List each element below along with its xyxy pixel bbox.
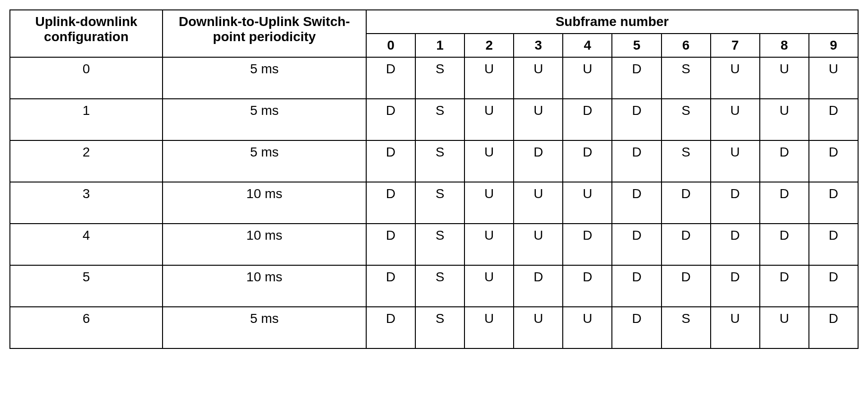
cell-subframe: D — [711, 265, 760, 307]
cell-subframe: U — [809, 57, 858, 99]
table-body: 05 msDSUUUDSUUU15 msDSUUDDSUUD25 msDSUDD… — [10, 57, 858, 348]
cell-subframe: U — [514, 182, 563, 224]
cell-subframe: U — [464, 224, 514, 265]
cell-config: 0 — [10, 57, 163, 99]
cell-subframe: D — [612, 182, 661, 224]
cell-subframe: U — [711, 140, 760, 182]
cell-subframe: U — [711, 57, 760, 99]
cell-subframe: S — [662, 307, 711, 348]
cell-subframe: U — [563, 307, 612, 348]
cell-subframe: U — [464, 182, 514, 224]
cell-subframe: U — [563, 182, 612, 224]
cell-subframe: U — [464, 99, 514, 140]
table-row: 310 msDSUUUDDDDD — [10, 182, 858, 224]
cell-subframe: S — [415, 265, 464, 307]
cell-subframe: D — [514, 265, 563, 307]
cell-subframe: D — [612, 99, 661, 140]
cell-subframe: D — [662, 182, 711, 224]
cell-subframe: U — [514, 99, 563, 140]
cell-subframe: D — [662, 224, 711, 265]
cell-config: 6 — [10, 307, 163, 348]
cell-config: 2 — [10, 140, 163, 182]
cell-config: 1 — [10, 99, 163, 140]
cell-subframe: D — [366, 140, 415, 182]
cell-periodicity: 5 ms — [163, 307, 366, 348]
cell-subframe: S — [415, 57, 464, 99]
header-periodicity: Downlink-to-Uplink Switch-point periodic… — [163, 10, 366, 57]
table-row: 410 msDSUUDDDDDD — [10, 224, 858, 265]
cell-subframe: D — [760, 265, 809, 307]
header-subframe-8: 8 — [760, 34, 809, 57]
cell-subframe: U — [711, 99, 760, 140]
cell-subframe: S — [662, 140, 711, 182]
cell-subframe: D — [563, 140, 612, 182]
cell-subframe: S — [662, 57, 711, 99]
table-row: 510 msDSUDDDDDDD — [10, 265, 858, 307]
table-row: 65 msDSUUUDSUUD — [10, 307, 858, 348]
cell-subframe: D — [809, 99, 858, 140]
cell-subframe: D — [366, 224, 415, 265]
cell-subframe: D — [760, 140, 809, 182]
cell-periodicity: 5 ms — [163, 140, 366, 182]
table-row: 15 msDSUUDDSUUD — [10, 99, 858, 140]
cell-subframe: D — [514, 140, 563, 182]
cell-subframe: D — [612, 140, 661, 182]
cell-subframe: U — [464, 140, 514, 182]
cell-subframe: D — [760, 182, 809, 224]
cell-subframe: D — [662, 265, 711, 307]
cell-subframe: U — [514, 57, 563, 99]
cell-subframe: D — [809, 265, 858, 307]
cell-config: 4 — [10, 224, 163, 265]
cell-subframe: D — [563, 99, 612, 140]
cell-subframe: U — [711, 307, 760, 348]
cell-subframe: U — [760, 307, 809, 348]
cell-subframe: D — [366, 307, 415, 348]
cell-subframe: D — [563, 265, 612, 307]
cell-subframe: U — [760, 99, 809, 140]
uplink-downlink-table: Uplink-downlink configuration Downlink-t… — [9, 9, 859, 349]
header-subframe-6: 6 — [662, 34, 711, 57]
cell-subframe: S — [415, 99, 464, 140]
header-subframe-2: 2 — [464, 34, 514, 57]
cell-subframe: D — [711, 182, 760, 224]
cell-subframe: D — [809, 224, 858, 265]
cell-subframe: U — [464, 307, 514, 348]
header-subframe-7: 7 — [711, 34, 760, 57]
cell-subframe: D — [366, 99, 415, 140]
cell-subframe: S — [415, 140, 464, 182]
header-subframe-4: 4 — [563, 34, 612, 57]
cell-subframe: D — [612, 57, 661, 99]
header-subframe-9: 9 — [809, 34, 858, 57]
cell-config: 5 — [10, 265, 163, 307]
cell-subframe: U — [464, 57, 514, 99]
header-subframe-5: 5 — [612, 34, 661, 57]
cell-periodicity: 5 ms — [163, 57, 366, 99]
cell-subframe: S — [415, 182, 464, 224]
header-subframe-group: Subframe number — [366, 10, 858, 34]
cell-subframe: D — [711, 224, 760, 265]
table-row: 05 msDSUUUDSUUU — [10, 57, 858, 99]
cell-subframe: D — [612, 307, 661, 348]
cell-subframe: S — [415, 307, 464, 348]
cell-periodicity: 10 ms — [163, 265, 366, 307]
cell-subframe: D — [612, 265, 661, 307]
table-row: 25 msDSUDDDSUDD — [10, 140, 858, 182]
header-subframe-3: 3 — [514, 34, 563, 57]
cell-subframe: U — [760, 57, 809, 99]
header-subframe-0: 0 — [366, 34, 415, 57]
header-subframe-1: 1 — [415, 34, 464, 57]
cell-subframe: U — [514, 224, 563, 265]
cell-subframe: U — [464, 265, 514, 307]
cell-subframe: D — [809, 140, 858, 182]
cell-subframe: S — [662, 99, 711, 140]
header-config: Uplink-downlink configuration — [10, 10, 163, 57]
cell-subframe: D — [809, 182, 858, 224]
cell-subframe: S — [415, 224, 464, 265]
cell-subframe: D — [612, 224, 661, 265]
cell-subframe: D — [809, 307, 858, 348]
cell-periodicity: 10 ms — [163, 224, 366, 265]
cell-subframe: U — [563, 57, 612, 99]
cell-periodicity: 10 ms — [163, 182, 366, 224]
cell-subframe: D — [563, 224, 612, 265]
cell-periodicity: 5 ms — [163, 99, 366, 140]
